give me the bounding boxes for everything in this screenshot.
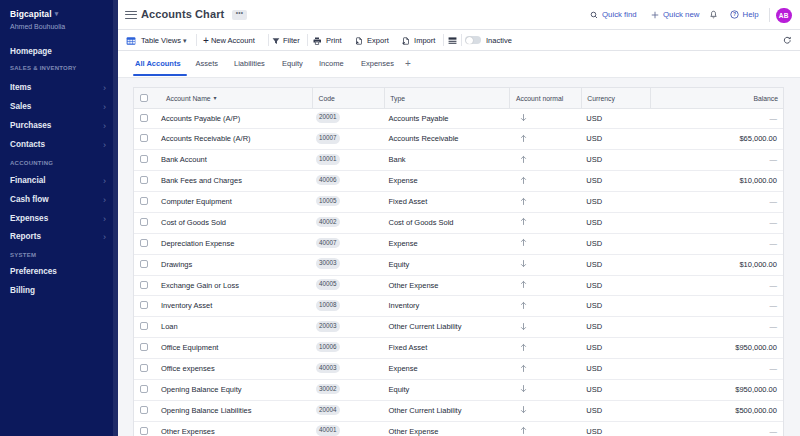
svg-text:?: ? [732, 12, 735, 18]
